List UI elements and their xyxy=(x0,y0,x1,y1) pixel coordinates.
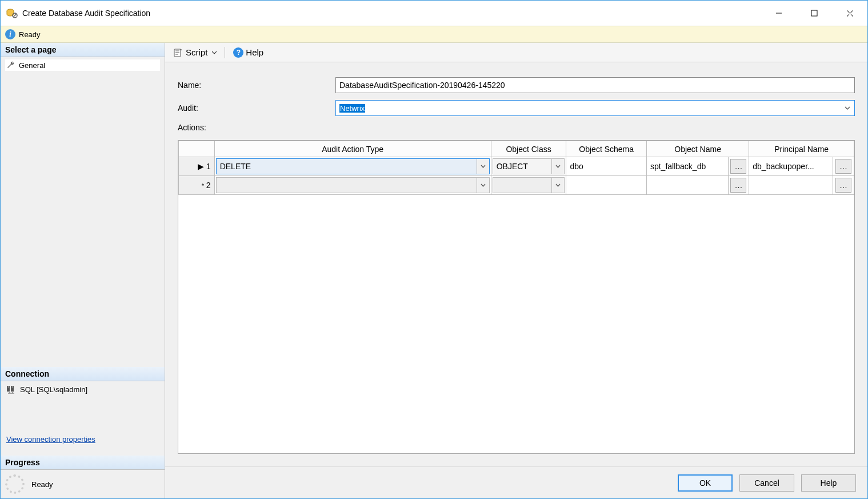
chevron-down-icon[interactable] xyxy=(477,178,489,193)
svg-point-10 xyxy=(12,386,13,388)
ellipsis-icon[interactable]: … xyxy=(835,159,851,174)
row-marker-icon: * xyxy=(202,182,204,189)
col-action-type[interactable]: Audit Action Type xyxy=(214,141,491,157)
help-label: Help xyxy=(246,47,263,57)
name-input[interactable] xyxy=(335,77,855,93)
chevron-down-icon[interactable] xyxy=(551,178,564,193)
grid-row: ▶ 1 DELETE OBJECT xyxy=(179,157,854,176)
sidebar-item-label: General xyxy=(19,61,45,70)
toolbar: Script ? Help xyxy=(165,43,867,62)
window-title: Create Database Audit Specification xyxy=(22,9,150,18)
audit-value: Netwrix xyxy=(339,104,365,113)
audit-label: Audit: xyxy=(178,103,335,113)
help-button[interactable]: Help xyxy=(801,474,856,492)
row-marker-icon: ▶ xyxy=(198,162,204,171)
row-header-blank xyxy=(179,141,215,157)
action-type-cell[interactable]: DELETE xyxy=(216,158,490,174)
ok-button[interactable]: OK xyxy=(678,474,733,492)
wrench-icon xyxy=(6,61,15,70)
maximize-button[interactable] xyxy=(797,1,832,26)
ellipsis-icon[interactable]: … xyxy=(730,159,746,174)
object-class-cell[interactable] xyxy=(493,177,565,193)
info-icon: i xyxy=(5,29,15,39)
row-header[interactable]: * 2 xyxy=(179,176,215,195)
titlebar: Create Database Audit Specification xyxy=(1,1,867,26)
minimize-button[interactable] xyxy=(761,1,797,26)
svg-point-9 xyxy=(8,386,9,388)
object-name-cell[interactable] xyxy=(646,176,728,195)
close-button[interactable] xyxy=(832,1,867,26)
ellipsis-icon[interactable]: … xyxy=(730,178,746,193)
dialog-body: Select a page General Connection xyxy=(1,43,867,498)
actions-grid: Audit Action Type Object Class Object Sc… xyxy=(178,140,855,454)
form-area: Name: Audit: Netwrix Actions: xyxy=(165,62,867,140)
chevron-down-icon[interactable] xyxy=(477,159,489,174)
row-number: 1 xyxy=(206,162,211,171)
chevron-down-icon xyxy=(212,50,217,55)
col-object-schema[interactable]: Object Schema xyxy=(566,141,646,157)
object-class-value: OBJECT xyxy=(497,162,528,171)
action-type-value: DELETE xyxy=(220,162,251,171)
col-object-name[interactable]: Object Name xyxy=(646,141,749,157)
connection-info: SQL [SQL\sqladmin] xyxy=(5,384,160,395)
chevron-down-icon[interactable] xyxy=(551,159,564,174)
principal-browse[interactable]: … xyxy=(833,157,854,176)
grid-header-row: Audit Action Type Object Class Object Sc… xyxy=(179,141,854,157)
help-button[interactable]: ? Help xyxy=(231,46,266,59)
progress-spinner-icon xyxy=(5,474,25,494)
audit-combobox[interactable]: Netwrix xyxy=(335,100,855,116)
connection-header: Connection xyxy=(1,367,165,381)
object-name-browse[interactable]: … xyxy=(728,157,749,176)
app-icon xyxy=(6,7,18,19)
chevron-down-icon[interactable] xyxy=(841,101,854,115)
sidebar-item-general[interactable]: General xyxy=(5,59,160,71)
dialog-window: Create Database Audit Specification i Re… xyxy=(0,0,868,499)
principal-cell[interactable]: db_backupoper... xyxy=(749,157,833,176)
status-bar: i Ready xyxy=(1,26,867,43)
object-name-value: spt_fallback_db xyxy=(647,162,728,171)
script-label: Script xyxy=(186,47,207,57)
grid-empty-area xyxy=(178,195,854,453)
name-label: Name: xyxy=(178,81,335,90)
help-icon: ? xyxy=(233,47,243,58)
object-class-cell[interactable]: OBJECT xyxy=(493,158,565,174)
progress-text: Ready xyxy=(31,480,53,489)
principal-browse[interactable]: … xyxy=(833,176,854,195)
principal-cell[interactable] xyxy=(749,176,833,195)
status-text: Ready xyxy=(19,30,41,39)
principal-value: db_backupoper... xyxy=(749,162,833,171)
object-name-browse[interactable]: … xyxy=(728,176,749,195)
ellipsis-icon[interactable]: … xyxy=(835,178,851,193)
select-page-header: Select a page xyxy=(1,43,165,57)
object-schema-value: dbo xyxy=(566,162,646,171)
dialog-footer: OK Cancel Help xyxy=(165,466,867,498)
object-name-cell[interactable]: spt_fallback_db xyxy=(646,157,728,176)
svg-rect-4 xyxy=(811,10,817,16)
cancel-button[interactable]: Cancel xyxy=(739,474,794,492)
actions-label: Actions: xyxy=(178,123,335,132)
progress-header: Progress xyxy=(1,456,165,470)
connection-text: SQL [SQL\sqladmin] xyxy=(20,385,87,394)
script-button[interactable]: Script xyxy=(171,46,219,59)
server-icon xyxy=(6,385,17,394)
sidebar: Select a page General Connection xyxy=(1,43,165,498)
main-panel: Script ? Help Name: Audit: xyxy=(165,43,867,498)
progress-row: Ready xyxy=(5,474,160,494)
object-schema-cell[interactable] xyxy=(566,176,646,195)
object-schema-cell[interactable]: dbo xyxy=(566,157,646,176)
col-object-class[interactable]: Object Class xyxy=(491,141,566,157)
row-header[interactable]: ▶ 1 xyxy=(179,157,215,176)
col-principal[interactable]: Principal Name xyxy=(749,141,854,157)
script-icon xyxy=(173,47,183,58)
grid-row: * 2 xyxy=(179,176,854,195)
row-number: 2 xyxy=(206,181,211,190)
action-type-cell[interactable] xyxy=(216,177,490,193)
view-connection-properties-link[interactable]: View connection properties xyxy=(5,433,97,446)
toolbar-separator xyxy=(225,47,225,58)
